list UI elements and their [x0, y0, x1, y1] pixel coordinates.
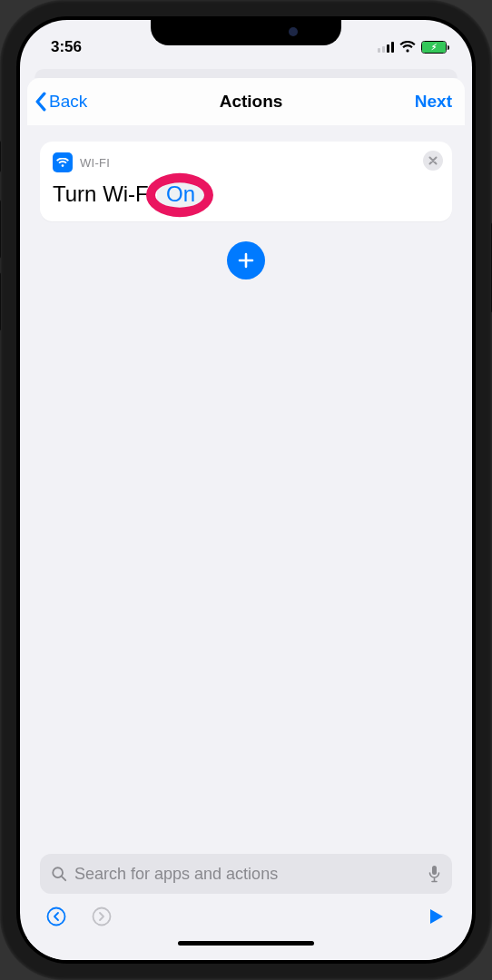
card-app-label: WI-FI	[80, 156, 110, 170]
status-right: ⚡︎	[378, 41, 447, 54]
redo-icon	[91, 906, 113, 927]
wifi-icon	[399, 41, 416, 54]
plus-icon	[237, 251, 255, 270]
chevron-left-icon	[34, 92, 47, 112]
actions-content: WI-FI Turn Wi-Fi On	[27, 125, 465, 854]
status-time: 3:56	[51, 38, 82, 56]
svg-rect-1	[432, 866, 437, 875]
card-header: WI-FI	[53, 152, 439, 172]
svg-point-3	[93, 908, 111, 926]
search-icon	[51, 866, 67, 882]
run-button[interactable]	[423, 904, 448, 929]
wifi-app-icon	[53, 152, 73, 172]
cellular-signal-icon	[378, 42, 394, 53]
back-button[interactable]: Back	[34, 92, 87, 112]
search-input[interactable]	[74, 865, 420, 884]
battery-charging-icon: ⚡︎	[421, 41, 447, 54]
wifi-icon	[56, 158, 69, 168]
play-icon	[427, 907, 445, 926]
screen: 3:56 ⚡︎ Back Actions Nex	[20, 20, 472, 960]
bottom-area	[27, 854, 465, 960]
notch	[151, 16, 341, 45]
search-bar[interactable]	[40, 854, 452, 894]
redo-button	[89, 904, 114, 929]
undo-button[interactable]	[44, 904, 69, 929]
phone-frame: 3:56 ⚡︎ Back Actions Nex	[0, 0, 492, 980]
svg-point-2	[48, 908, 65, 926]
close-icon	[428, 156, 438, 165]
page-title: Actions	[220, 92, 283, 112]
add-action-button[interactable]	[227, 241, 265, 279]
editor-toolbar	[40, 894, 452, 939]
volume-down-button	[0, 272, 1, 331]
mic-icon[interactable]	[428, 865, 441, 883]
sheet-background-stub	[34, 69, 458, 78]
volume-up-button	[0, 200, 1, 259]
action-card-wifi[interactable]: WI-FI Turn Wi-Fi On	[40, 142, 452, 221]
nav-bar: Back Actions Next	[27, 78, 465, 125]
wifi-state-parameter[interactable]: On	[157, 180, 204, 210]
undo-icon	[45, 906, 67, 927]
silence-switch	[0, 141, 1, 172]
home-indicator[interactable]	[178, 941, 314, 946]
action-prefix: Turn Wi-Fi	[53, 181, 153, 207]
action-text: Turn Wi-Fi On	[53, 181, 439, 207]
back-label: Back	[49, 92, 87, 112]
next-button[interactable]: Next	[415, 92, 452, 112]
delete-action-button[interactable]	[423, 151, 443, 171]
